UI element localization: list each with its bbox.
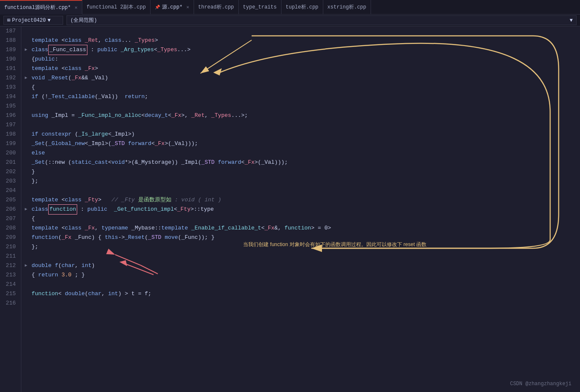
line-num-200: 200 (3, 148, 16, 158)
line-num-189: 189 (3, 45, 16, 55)
line-num-191: 191 (3, 64, 16, 73)
code-line-209: function(_Fx _Func) { this->_Reset(_STD … (25, 233, 577, 242)
line-num-216: 216 (3, 299, 16, 308)
code-line-216 (25, 299, 577, 308)
tab-thread[interactable]: thread析.cpp (194, 0, 239, 15)
code-line-213: { return 3.0 ; } (25, 270, 577, 280)
line-num-194: 194 (3, 92, 16, 102)
line-num-210: 210 (3, 242, 16, 252)
tab-bar: functional源码分析.cpp* ✕ functional 2副本.cpp… (0, 0, 580, 15)
line-num-207: 207 (3, 214, 16, 224)
line-num-195: 195 (3, 102, 16, 111)
line-num-209: 209 (3, 233, 16, 242)
code-line-196: using _Impl = _Func_impl_no_alloc<decay_… (25, 111, 577, 120)
tab-source[interactable]: 📌 源.cpp* ✕ (151, 0, 194, 15)
code-line-190: {public: (25, 55, 577, 64)
code-line-187 (25, 26, 577, 36)
project-dropdown[interactable]: ⊞ Project0420 ▼ (3, 16, 63, 25)
code-line-210: }; (25, 242, 577, 252)
line-num-202: 202 (3, 167, 16, 177)
line-num-214: 214 (3, 280, 16, 289)
tab-type-traits[interactable]: type_traits (239, 0, 281, 15)
tab-label: tuple析.cpp (286, 3, 319, 11)
tab-functional-copy[interactable]: functional 2副本.cpp (82, 0, 151, 15)
code-line-204 (25, 186, 577, 195)
code-line-191: template <class _Fx> (25, 64, 577, 73)
code-line-198: if constexpr (_Is_large<_Impl>) (25, 130, 577, 139)
scope-arrow-icon: ▼ (570, 17, 573, 23)
line-num-211: 211 (3, 252, 16, 261)
code-line-214 (25, 280, 577, 289)
code-line-215: function< double(char, int) > t = f; (25, 289, 577, 299)
line-num-192: 192 (3, 73, 16, 83)
watermark: CSDN @zhangzhangkeji (510, 381, 571, 387)
line-num-196: 196 (3, 111, 16, 120)
code-line-205: template <class _Fty> // _Fty 是函数原型如 : v… (25, 195, 577, 205)
code-line-195 (25, 102, 577, 111)
tab-label: functional源码分析.cpp* (4, 4, 71, 11)
project-label: Project0420 (12, 17, 46, 23)
code-line-211 (25, 252, 577, 261)
tab-label: 源.cpp* (162, 3, 183, 11)
line-num-188: 188 (3, 36, 16, 45)
tab-xstring[interactable]: xstring析.cpp (323, 0, 371, 15)
line-num-208: 208 (3, 224, 16, 233)
line-num-206: 206 (3, 205, 16, 214)
line-num-197: 197 (3, 120, 16, 130)
tab-label: functional 2副本.cpp (87, 3, 146, 11)
toolbar-row: ⊞ Project0420 ▼ (全局范围) ▼ (0, 15, 580, 26)
code-area: 187 188 189 190 191 192 193 194 195 196 … (0, 26, 580, 392)
code-line-189: ▶ class _Func_class : public _Arg_types<… (25, 45, 577, 55)
line-num-187: 187 (3, 26, 16, 36)
code-line-208: template <class _Fx, typename _Mybase::t… (25, 224, 577, 233)
tab-close-icon[interactable]: ✕ (186, 4, 189, 10)
line-num-212: 212 (3, 261, 16, 270)
code-line-192: ▶ void _Reset(_Fx&& _Val) (25, 73, 577, 83)
code-line-202: } (25, 167, 577, 177)
code-line-207: { (25, 214, 577, 224)
line-num-215: 215 (3, 289, 16, 299)
tab-label: xstring析.cpp (328, 3, 366, 11)
code-line-193: { (25, 83, 577, 92)
tab-label: thread析.cpp (198, 3, 234, 11)
code-line-188: template <class _Ret, class... _Types> (25, 36, 577, 45)
line-num-213: 213 (3, 270, 16, 280)
code-line-201: _Set(::new (static_cast<void*>(&_Mystora… (25, 158, 577, 167)
tab-close-icon[interactable]: ✕ (75, 5, 78, 10)
code-content: template <class _Ret, class... _Types> ▶… (21, 26, 580, 392)
line-num-199: 199 (3, 139, 16, 148)
code-line-206: ▶ class function : public _Get_function_… (25, 205, 577, 214)
line-num-205: 205 (3, 195, 16, 205)
tab-functional-source[interactable]: functional源码分析.cpp* ✕ (0, 0, 82, 15)
code-line-212: ▶ double f(char, int) (25, 261, 577, 270)
code-line-194: if (!_Test_callable(_Val)) return; (25, 92, 577, 102)
tab-tuple[interactable]: tuple析.cpp (281, 0, 323, 15)
code-line-200: else (25, 148, 577, 158)
line-numbers: 187 188 189 190 191 192 193 194 195 196 … (0, 26, 21, 392)
line-num-190: 190 (3, 55, 16, 64)
code-line-203: }; (25, 177, 577, 186)
code-line-199: _Set(_Global_new<_Impl>(_STD forward<_Fx… (25, 139, 577, 148)
line-num-198: 198 (3, 130, 16, 139)
tab-label: type_traits (243, 4, 277, 10)
tab-pin-icon: 📌 (155, 5, 160, 10)
project-icon: ⊞ (7, 17, 10, 23)
line-num-201: 201 (3, 158, 16, 167)
line-num-193: 193 (3, 83, 16, 92)
dropdown-arrow-icon: ▼ (47, 17, 50, 23)
line-num-204: 204 (3, 186, 16, 195)
code-line-197 (25, 120, 577, 130)
scope-dropdown[interactable]: (全局范围) ▼ (67, 15, 577, 25)
scope-label: (全局范围) (70, 17, 97, 24)
line-num-203: 203 (3, 177, 16, 186)
